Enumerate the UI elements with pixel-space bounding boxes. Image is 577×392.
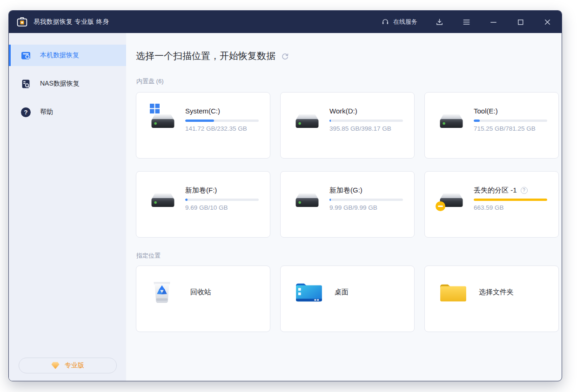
sidebar-item-nas-recovery[interactable]: NAS数据恢复 <box>9 73 126 94</box>
main-content: 选择一个扫描位置，开始恢复数据 内置盘 (6) <box>126 33 562 381</box>
hard-drive-lost-icon <box>438 183 464 209</box>
location-label: 回收站 <box>190 279 211 305</box>
choose-folder-icon <box>439 279 468 305</box>
drive-card-volume-g[interactable]: 新加卷(G:) 9.99 GB/9.99 GB <box>280 171 415 238</box>
hard-drive-icon <box>294 104 320 130</box>
lost-partition-badge <box>436 201 445 211</box>
drive-name: Tool(E:) <box>474 106 498 116</box>
drive-size: 9.69 GB/10 GB <box>185 204 259 211</box>
download-button[interactable] <box>434 17 444 27</box>
capacity-bar <box>474 120 547 122</box>
capacity-bar-fill <box>329 120 331 122</box>
capacity-bar <box>185 199 259 201</box>
local-recovery-icon <box>21 51 31 60</box>
minimize-button[interactable] <box>488 17 498 27</box>
drive-name: 新加卷(G:) <box>329 186 362 195</box>
capacity-bar <box>474 199 547 201</box>
drive-card-volume-f[interactable]: 新加卷(F:) 9.69 GB/10 GB <box>136 171 270 238</box>
drive-name: 丢失的分区 -1 <box>474 186 517 195</box>
windows-logo-icon <box>150 104 160 113</box>
sidebar-item-label: NAS数据恢复 <box>40 80 80 88</box>
app-window: 易我数据恢复 专业版 终身 在线服务 <box>8 10 562 381</box>
drive-size: 141.72 GB/232.35 GB <box>185 125 259 132</box>
edition-button[interactable]: 专业版 <box>19 358 117 373</box>
online-service-button[interactable]: 在线服务 <box>381 18 417 26</box>
sidebar: 本机数据恢复 NAS数据恢复 ? 帮助 <box>9 33 126 381</box>
menu-button[interactable] <box>461 17 471 27</box>
capacity-bar <box>185 120 259 122</box>
hard-drive-icon <box>149 183 175 209</box>
minimize-icon <box>489 18 498 27</box>
maximize-icon <box>516 18 525 27</box>
titlebar[interactable]: 易我数据恢复 专业版 终身 在线服务 <box>9 11 562 33</box>
drive-card-system-c[interactable]: System(C:) 141.72 GB/232.35 GB <box>136 92 270 159</box>
sidebar-spacer <box>9 130 126 358</box>
hamburger-icon <box>462 18 471 27</box>
drives-section-label: 内置盘 (6) <box>136 78 559 85</box>
sidebar-item-local-recovery[interactable]: 本机数据恢复 <box>9 45 126 66</box>
sidebar-item-label: 本机数据恢复 <box>40 51 79 60</box>
drive-size: 663.59 GB <box>474 204 547 211</box>
locations-section-label: 指定位置 <box>136 252 559 259</box>
download-icon <box>435 18 444 27</box>
recycle-bin-icon <box>150 279 179 305</box>
capacity-bar-fill <box>329 199 331 201</box>
page-title: 选择一个扫描位置，开始恢复数据 <box>136 50 275 62</box>
drive-size: 395.85 GB/398.17 GB <box>329 125 403 132</box>
drive-name: System(C:) <box>185 106 220 116</box>
capacity-bar-fill <box>474 120 480 122</box>
capacity-bar-fill <box>474 199 547 201</box>
sidebar-item-label: 帮助 <box>40 108 53 116</box>
locations-grid: 回收站 桌面 <box>136 266 559 332</box>
refresh-icon[interactable] <box>281 53 289 60</box>
drives-grid: System(C:) 141.72 GB/232.35 GB <box>136 92 559 238</box>
help-icon: ? <box>21 107 31 117</box>
capacity-bar <box>329 120 403 122</box>
capacity-bar-fill <box>185 120 214 122</box>
close-button[interactable] <box>542 17 552 27</box>
question-help-icon[interactable]: ? <box>521 187 528 194</box>
sidebar-item-help[interactable]: ? 帮助 <box>9 101 126 123</box>
location-label: 选择文件夹 <box>479 279 514 305</box>
drive-card-tool-e[interactable]: Tool(E:) 715.25 GB/781.25 GB <box>424 92 559 159</box>
location-card-recycle-bin[interactable]: 回收站 <box>136 266 270 332</box>
app-logo-icon <box>16 16 28 28</box>
location-label: 桌面 <box>335 279 349 305</box>
desktop-folder-icon <box>295 279 323 305</box>
capacity-bar <box>329 199 403 201</box>
drive-size: 9.99 GB/9.99 GB <box>329 204 403 211</box>
location-card-desktop[interactable]: 桌面 <box>280 266 415 332</box>
drive-name: Work(D:) <box>329 106 357 116</box>
hard-drive-icon <box>438 104 464 130</box>
gem-icon <box>51 361 60 370</box>
capacity-bar-fill <box>185 199 188 201</box>
edition-label: 专业版 <box>65 361 84 370</box>
headset-icon <box>381 18 389 26</box>
drive-size: 715.25 GB/781.25 GB <box>474 125 547 132</box>
hard-drive-icon <box>149 104 175 130</box>
nas-recovery-icon <box>21 79 31 89</box>
online-service-label: 在线服务 <box>393 18 417 26</box>
drive-card-work-d[interactable]: Work(D:) 395.85 GB/398.17 GB <box>280 92 415 159</box>
hard-drive-icon <box>294 183 320 209</box>
maximize-button[interactable] <box>515 17 525 27</box>
drive-card-lost-partition[interactable]: 丢失的分区 -1 ? 663.59 GB <box>424 171 559 238</box>
app-title: 易我数据恢复 专业版 终身 <box>34 18 109 26</box>
close-icon <box>543 18 552 27</box>
drive-name: 新加卷(F:) <box>185 186 217 195</box>
location-card-choose-folder[interactable]: 选择文件夹 <box>424 266 559 332</box>
